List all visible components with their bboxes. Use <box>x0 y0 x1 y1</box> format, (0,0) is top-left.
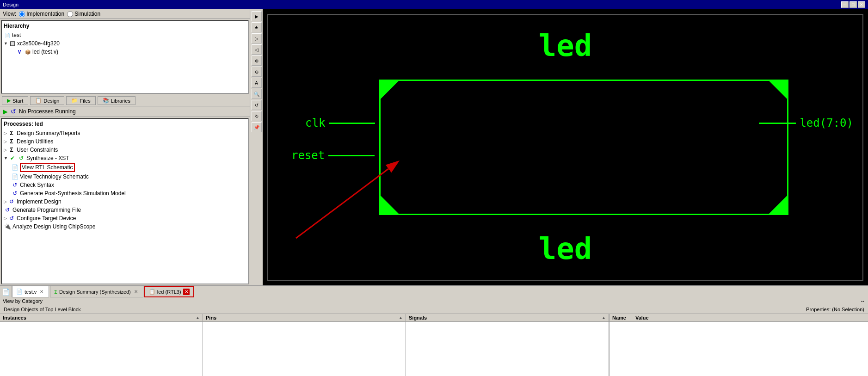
refresh-config-icon: ↺ <box>8 215 15 222</box>
proc-gen-prog[interactable]: ↺ Generate Programming File <box>4 206 246 214</box>
tab-files-label: Files <box>80 98 90 104</box>
pin-reset: reset <box>291 149 375 162</box>
proc-label-user-constraints: User Constraints <box>17 147 58 153</box>
simulation-radio[interactable]: Simulation <box>67 11 100 17</box>
proc-gen-post[interactable]: ↺ Generate Post-Synthesis Simulation Mod… <box>11 189 246 197</box>
toolbar-btn-2[interactable]: ★ <box>252 22 262 32</box>
tab-summary-icon: Σ <box>54 289 57 295</box>
processes-panel: Processes: led ▷ Σ Design Summary/Report… <box>1 118 249 284</box>
tab-design[interactable]: 📋 Design <box>30 96 64 105</box>
tab-summary-label: Design Summary (Synthesized) <box>59 289 131 295</box>
tree-text-chip: xc3s500e-4fg320 <box>17 40 60 47</box>
toolbar-btn-8[interactable]: 🔍 <box>252 89 262 99</box>
properties-title: Properties: (No Selection) <box>806 307 864 312</box>
col-instances-sort[interactable]: ▲ <box>196 315 200 320</box>
schematic-frame: led clk <box>267 14 863 281</box>
left-panel: View: Implementation Simulation Hierarch… <box>0 9 250 285</box>
led-line <box>759 123 796 124</box>
hierarchy-panel: Hierarchy 📄 test ▼ 🔲 xc3s500e-4fg320 V 📦 <box>1 20 249 94</box>
play-icon: ▶ <box>7 98 11 104</box>
bottom-content: Instances ▲ Pins ▲ Signals ▲ <box>0 314 868 376</box>
tab-testv-label: test.v <box>25 289 37 295</box>
tree-item-test[interactable]: 📄 test <box>4 31 246 39</box>
led-label: led(7:0) <box>800 117 853 129</box>
tab-led-rtl3[interactable]: 📋 led (RTL3) ✕ <box>144 286 194 297</box>
toolbar-btn-1[interactable]: ▶ <box>252 11 262 21</box>
toolbar-btn-9[interactable]: ↺ <box>252 100 262 110</box>
no-processes-label: No Processes Running <box>19 108 76 115</box>
toolbar-btn-7[interactable]: A <box>252 78 262 88</box>
proc-view-rtl[interactable]: 📄 View RTL Schematic <box>11 162 246 173</box>
col-signals-sort[interactable]: ▲ <box>602 315 606 320</box>
design-icon: 📋 <box>35 98 42 104</box>
chipscope-icon: 🔌 <box>4 223 11 230</box>
proc-user-constraints[interactable]: ▷ Σ User Constraints <box>4 146 246 154</box>
minimize-button[interactable]: ─ <box>841 1 849 8</box>
toolbar-btn-10[interactable]: ↻ <box>252 111 262 121</box>
toolbar-btn-6[interactable]: ⊖ <box>252 67 262 77</box>
no-processes-bar: ▶ ↺ No Processes Running <box>0 106 250 117</box>
refresh-icon: ↺ <box>11 108 16 115</box>
module-top-label: led <box>539 29 592 63</box>
proc-chipscope[interactable]: 🔌 Analyze Design Using ChipScope <box>4 222 246 231</box>
col-pins-label: Pins <box>206 315 216 321</box>
props-header: Name Value <box>609 314 868 322</box>
toolbar-btn-4[interactable]: ◁ <box>252 44 262 55</box>
proc-synthesize[interactable]: ▼ ✔ ↺ Synthesize - XST <box>4 154 246 162</box>
tab-rtl-close[interactable]: ✕ <box>183 289 190 295</box>
tab-libraries[interactable]: 📚 Libraries <box>98 96 135 105</box>
sigma-icon3: Σ <box>8 146 15 154</box>
proc-design-summary[interactable]: ▷ Σ Design Summary/Reports <box>4 129 246 137</box>
corner-tr <box>768 80 788 100</box>
proc-check-syntax[interactable]: ↺ Check Syntax <box>11 181 246 189</box>
view-label: View: <box>3 11 16 17</box>
sigma-icon2: Σ <box>8 138 15 145</box>
hierarchy-label: Hierarchy <box>4 23 246 29</box>
expand-icon[interactable]: ↔ <box>860 298 865 304</box>
tree-item-led[interactable]: V 📦 led (test.v) <box>4 48 246 56</box>
clk-label: clk <box>305 117 325 129</box>
processes-title: Processes: led <box>4 121 246 127</box>
toolbar-btn-5[interactable]: ⊕ <box>252 55 262 66</box>
view-bar: View: Implementation Simulation <box>0 9 250 19</box>
proc-label-design-summary: Design Summary/Reports <box>17 130 80 136</box>
maximize-button[interactable]: □ <box>850 1 857 8</box>
tab-files[interactable]: 📁 Files <box>66 96 95 105</box>
doc-icon: 📄 <box>4 31 11 39</box>
tab-summary-close[interactable]: ✕ <box>133 289 139 295</box>
tab-start[interactable]: ▶ Start <box>2 96 28 105</box>
proc-label-design-utilities: Design Utilities <box>17 138 53 145</box>
proc-implement[interactable]: ▷ ↺ Implement Design <box>4 197 246 206</box>
sigma-icon: Σ <box>8 129 15 137</box>
bottom-objects-header: Design Objects of Top Level Block Proper… <box>0 305 868 314</box>
tech-doc-icon: 📄 <box>11 173 18 180</box>
view-category-label: View by Category <box>3 298 43 304</box>
corner-br <box>768 194 788 215</box>
proc-view-tech[interactable]: 📄 View Technology Schematic <box>11 173 246 181</box>
close-button[interactable]: ✕ <box>858 1 865 8</box>
bottom-section: View by Category ↔ Design Objects of Top… <box>0 297 868 376</box>
main-container: Design ─ □ ✕ View: Implementation Simula… <box>0 0 868 376</box>
proc-label-configure: Configure Target Device <box>17 215 76 222</box>
props-name-col: Name <box>612 315 626 321</box>
design-objects-title: Design Objects of Top Level Block <box>4 307 81 312</box>
svg-line-1 <box>296 169 388 238</box>
tab-testv[interactable]: 📄 test.v ✕ <box>12 286 49 297</box>
col-pins-sort[interactable]: ▲ <box>399 315 403 320</box>
tab-start-label: Start <box>12 98 23 104</box>
reset-line <box>328 155 375 156</box>
toolbar-btn-3[interactable]: ▷ <box>252 33 262 43</box>
module-box <box>379 80 788 215</box>
col-signals-content <box>406 322 609 376</box>
tab-rtl-icon: 📋 <box>149 289 155 295</box>
green-check-icon: ✔ <box>9 154 16 162</box>
tab-testv-close[interactable]: ✕ <box>38 289 45 295</box>
play-run-icon: ▶ <box>3 108 8 115</box>
props-content <box>609 322 868 376</box>
implementation-radio[interactable]: Implementation <box>19 11 64 17</box>
tree-item-chip[interactable]: ▼ 🔲 xc3s500e-4fg320 <box>4 39 246 48</box>
proc-design-utilities[interactable]: ▷ Σ Design Utilities <box>4 137 246 146</box>
tab-design-summary[interactable]: Σ Design Summary (Synthesized) ✕ <box>50 286 143 297</box>
toolbar-btn-11[interactable]: 📌 <box>252 122 262 132</box>
proc-configure[interactable]: ▷ ↺ Configure Target Device <box>4 214 246 222</box>
